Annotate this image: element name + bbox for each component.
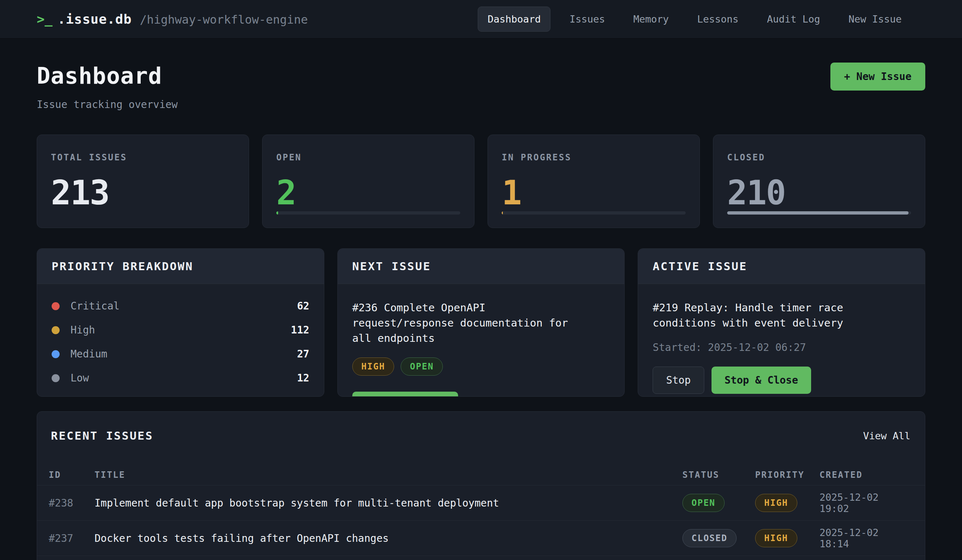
page-title: Dashboard xyxy=(37,63,178,89)
page-subtitle: Issue tracking overview xyxy=(37,98,178,111)
progress-bar-open xyxy=(276,211,460,215)
table-header: ID TITLE STATUS PRIORITY CREATED xyxy=(37,465,925,485)
column-title: TITLE xyxy=(95,470,683,480)
card-title: NEXT ISSUE xyxy=(352,260,431,273)
nav-item-issues[interactable]: Issues xyxy=(560,7,615,31)
stat-card-closed: CLOSED 210 xyxy=(713,134,925,228)
progress-bar-in-progress xyxy=(502,211,686,215)
stat-label: TOTAL ISSUES xyxy=(51,152,235,163)
medium-dot-icon xyxy=(52,350,60,358)
stat-label: IN PROGRESS xyxy=(502,152,686,163)
column-priority: PRIORITY xyxy=(755,470,820,480)
status-badge: OPEN xyxy=(683,494,725,512)
nav-item-dashboard[interactable]: Dashboard xyxy=(478,6,550,32)
page-header: Dashboard Issue tracking overview + New … xyxy=(37,63,925,111)
card-header: NEXT ISSUE xyxy=(338,249,625,284)
priority-row-low: Low 12 xyxy=(52,372,309,384)
priority-breakdown-card: PRIORITY BREAKDOWN Critical 62 High 112 … xyxy=(37,249,324,397)
issue-id: #237 xyxy=(49,533,95,544)
started-timestamp: Started: 2025-12-02 06:27 xyxy=(653,341,910,353)
next-issue-card: NEXT ISSUE #236 Complete OpenAPI request… xyxy=(337,249,625,397)
topbar: >_ .issue.db /highway-workflow-engine Da… xyxy=(0,0,962,39)
stat-card-total: TOTAL ISSUES 213 xyxy=(37,134,249,228)
stat-label: CLOSED xyxy=(727,152,911,163)
priority-badge: HIGH xyxy=(755,529,797,547)
priority-badge: HIGH xyxy=(352,357,394,376)
progress-bar-closed xyxy=(727,211,911,215)
column-id: ID xyxy=(49,470,95,480)
card-header: ACTIVE ISSUE xyxy=(638,249,925,284)
active-issue-card: ACTIVE ISSUE #219 Replay: Handle timer r… xyxy=(638,249,925,397)
main-content: Dashboard Issue tracking overview + New … xyxy=(0,63,962,560)
new-issue-button[interactable]: + New Issue xyxy=(830,63,925,90)
priority-row-high: High 112 xyxy=(52,324,309,336)
stat-label: OPEN xyxy=(276,152,460,163)
low-dot-icon xyxy=(52,374,60,382)
column-status: STATUS xyxy=(683,470,755,480)
nav-item-new-issue[interactable]: New Issue xyxy=(839,7,911,31)
app-logo: >_ .issue.db /highway-workflow-engine xyxy=(37,11,308,27)
nav-item-memory[interactable]: Memory xyxy=(624,7,678,31)
priority-row-critical: Critical 62 xyxy=(52,300,309,312)
stat-value-open: 2 xyxy=(276,173,460,212)
priority-row-medium: Medium 27 xyxy=(52,348,309,360)
recent-issues-card: RECENT ISSUES View All ID TITLE STATUS P… xyxy=(37,411,925,560)
issue-title: Implement default app bootstrap system f… xyxy=(95,497,683,509)
start-working-button[interactable]: Start Working xyxy=(352,392,458,397)
nav-item-lessons[interactable]: Lessons xyxy=(688,7,748,31)
high-dot-icon xyxy=(52,326,60,334)
table-row[interactable]: #236 Complete OpenAPI request/response d… xyxy=(37,556,925,560)
view-all-link[interactable]: View All xyxy=(863,430,910,441)
column-created: CREATED xyxy=(820,470,910,480)
issue-title: Docker tools tests failing after OpenAPI… xyxy=(95,533,683,544)
card-header: PRIORITY BREAKDOWN xyxy=(37,249,324,284)
app-name: .issue.db xyxy=(57,11,132,27)
stat-value-total: 213 xyxy=(51,173,235,212)
stat-card-in-progress: IN PROGRESS 1 xyxy=(487,134,700,228)
card-title: ACTIVE ISSUE xyxy=(653,260,747,273)
created-timestamp: 2025-12-02 19:02 xyxy=(820,492,910,514)
status-badge: OPEN xyxy=(401,357,443,376)
stat-card-open: OPEN 2 xyxy=(262,134,475,228)
priority-badge: HIGH xyxy=(755,494,797,512)
status-badge: CLOSED xyxy=(683,529,737,547)
active-issue-title: #219 Replay: Handle timer race condition… xyxy=(653,300,910,331)
recent-issues-title: RECENT ISSUES xyxy=(51,429,153,442)
next-issue-title: #236 Complete OpenAPI request/response d… xyxy=(352,300,592,346)
stats-grid: TOTAL ISSUES 213 OPEN 2 IN PROGRESS 1 CL… xyxy=(37,134,925,228)
project-name: /highway-workflow-engine xyxy=(140,13,308,27)
stat-value-closed: 210 xyxy=(727,173,911,212)
card-title: PRIORITY BREAKDOWN xyxy=(52,260,194,273)
table-row[interactable]: #237 Docker tools tests failing after Op… xyxy=(37,520,925,556)
stat-value-in-progress: 1 xyxy=(502,173,686,212)
created-timestamp: 2025-12-02 18:14 xyxy=(820,527,910,549)
critical-dot-icon xyxy=(52,302,60,310)
stop-close-button[interactable]: Stop & Close xyxy=(712,366,811,394)
terminal-prompt-icon: >_ xyxy=(37,11,52,27)
middle-cards: PRIORITY BREAKDOWN Critical 62 High 112 … xyxy=(37,249,925,397)
top-nav: Dashboard Issues Memory Lessons Audit Lo… xyxy=(478,6,911,32)
nav-item-audit-log[interactable]: Audit Log xyxy=(757,7,829,31)
stop-button[interactable]: Stop xyxy=(653,366,704,394)
table-row[interactable]: #238 Implement default app bootstrap sys… xyxy=(37,485,925,520)
issue-id: #238 xyxy=(49,497,95,509)
